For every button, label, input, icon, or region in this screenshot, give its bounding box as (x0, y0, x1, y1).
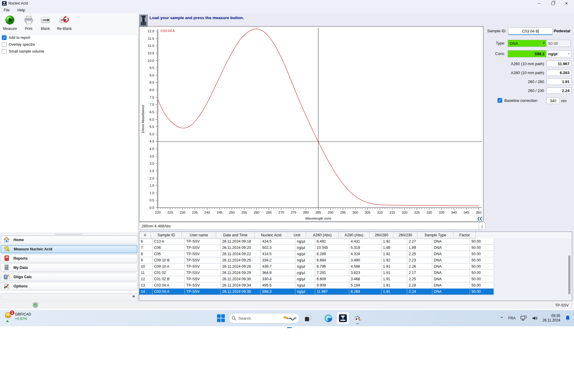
reblank-button[interactable]: Re-Blank (56, 15, 73, 31)
menu-item-file[interactable]: File (4, 8, 10, 12)
table-cell: DNA (432, 270, 470, 276)
sample-id-input[interactable]: C03 04 B (508, 27, 552, 35)
option-label: Small sample volume (9, 49, 44, 53)
edge-browser-icon[interactable] (324, 314, 332, 322)
chevron-down-icon[interactable]: ▼ (541, 40, 546, 46)
checkbox-small-sample-volume[interactable] (2, 49, 7, 54)
table-header-cell[interactable]: Sample Type (417, 232, 454, 238)
table-row[interactable]: 10C09 10 ATP-SSV26.11.2024 09:26439.7ng/… (139, 264, 572, 270)
blank-button[interactable]: Blank (39, 15, 52, 31)
type-select[interactable]: DNA▼ (508, 40, 546, 47)
nucleic-acid-app-icon[interactable] (337, 312, 349, 324)
table-cell: 10 (139, 264, 152, 270)
sidebar-item-options[interactable]: Options (1, 282, 138, 290)
table-row[interactable]: 14C03 04 ATP-SSV26.11.2024 09:35598.3ng/… (139, 289, 572, 295)
table-cell: 495.5 (261, 282, 295, 289)
table-row[interactable]: 6C13 ATP-SSV26.11.2024 09:18424.5ng/µl8.… (139, 238, 572, 245)
spectrum-chart[interactable]: 0.00.51.01.52.02.53.03.54.04.55.05.56.06… (139, 26, 483, 222)
table-cell: 414.5 (261, 251, 295, 257)
table-header-cell[interactable]: Sample ID (151, 232, 182, 238)
notification-bell-icon[interactable] (565, 315, 570, 321)
svg-text:315: 315 (390, 211, 395, 214)
table-cell: 8 (139, 251, 152, 257)
table-header-cell[interactable]: Date and Time (216, 232, 255, 238)
table-cell: 2.25 (407, 276, 432, 282)
table-cell: 6.263 (349, 289, 381, 295)
svg-text:10.0: 10.0 (148, 59, 154, 62)
svg-text:1.5: 1.5 (149, 184, 154, 187)
spectrum-svg[interactable]: 0.00.51.01.52.02.53.03.54.04.55.05.56.06… (139, 27, 483, 221)
measure-icon (5, 15, 15, 26)
table-row[interactable]: 8C05TP-SSV26.11.2024 09:22414.5ng/µl8.28… (139, 251, 572, 257)
menu-item-help[interactable]: Help (17, 8, 25, 12)
table-cell: ng/µl (295, 257, 315, 264)
checkbox-add-to-report[interactable]: ✓ (2, 35, 7, 40)
unit-select[interactable]: ng/µl⌄ (546, 50, 571, 57)
restore-icon[interactable] (546, 0, 560, 7)
svg-text:12.0: 12.0 (148, 29, 154, 33)
table-header-cell[interactable]: 260/280 (370, 232, 394, 238)
table-row[interactable]: 9C09 10 BTP-SSV26.11.2024 09:25334.2ng/µ… (139, 257, 572, 264)
home-icon (3, 236, 10, 244)
baseline-wavelength-field[interactable]: 340 (546, 97, 560, 104)
table-header-cell[interactable]: Nucleic Acid (255, 232, 288, 238)
table-cell: 7.291 (315, 270, 349, 276)
table-cell: 334.2 (261, 257, 295, 264)
table-header-cell[interactable]: A260 (Abs) (306, 232, 339, 238)
table-header-cell[interactable]: Factor (454, 232, 476, 238)
table-cell: 12 (139, 276, 152, 282)
readout-expand-icon[interactable]: ⌄⌄ (479, 223, 486, 229)
table-header-cell[interactable]: 260/230 (394, 232, 417, 238)
chevron-down-icon[interactable]: ⌄ (567, 51, 570, 55)
table-cell: C03 04 A (152, 289, 185, 295)
table-cell: 3.490 (349, 257, 381, 264)
clock[interactable]: 09:35 26.11.2024 (543, 314, 560, 323)
measure-button[interactable]: Measure (2, 15, 18, 31)
table-cell: 9.909 (315, 282, 349, 289)
table-header-cell[interactable]: # (139, 232, 151, 238)
sidebar-item-measure-nucleic-acid[interactable]: Measure Nucleic Acid (1, 245, 138, 253)
table-row[interactable]: 12C01 02 BTP-SSV26.11.2024 09:30330.4ng/… (139, 276, 572, 282)
sidebar-item-reports[interactable]: Reports (1, 254, 138, 263)
task-view-icon[interactable] (304, 314, 312, 322)
table-header-cell[interactable]: User name (182, 232, 216, 238)
table-row[interactable]: 11C01 02TP-SSV26.11.2024 09:29364.6ng/µl… (139, 270, 572, 276)
table-header-cell[interactable]: Unit (288, 232, 306, 238)
sidebar-item-label: Options (13, 284, 28, 288)
table-cell: ng/µl (295, 245, 315, 251)
volume-icon[interactable] (532, 316, 538, 321)
splitter-handle[interactable] (0, 233, 138, 236)
svg-text:330: 330 (426, 211, 432, 214)
language-indicator[interactable]: FRA (508, 316, 516, 320)
sidebar-item-label: Reports (13, 256, 28, 261)
chart-collapse-icon[interactable]: ❮❮ (476, 216, 483, 221)
paint-app-icon[interactable] (353, 314, 362, 322)
table-header-cell[interactable]: A280 (Abs) (339, 232, 370, 238)
svg-text:6.0: 6.0 (149, 118, 154, 121)
tray-chevron-up-icon[interactable]: ⌃ (500, 316, 503, 321)
table-row[interactable]: 13C03 04 ATP-SSV26.11.2024 09:34495.5ng/… (139, 282, 572, 289)
network-icon[interactable] (520, 316, 527, 321)
option-row: Small sample volume (2, 49, 44, 54)
table-row[interactable]: 7C06TP-SSV26.11.2024 09:20502.3ng/µl10.0… (139, 245, 572, 251)
sidebar-item-home[interactable]: Home (1, 236, 138, 244)
sidebar-item-my-data[interactable]: My Data (1, 264, 138, 272)
svg-text:7.5: 7.5 (149, 96, 154, 99)
checkbox-overlay-spectra[interactable] (2, 42, 7, 47)
table-cell: 1.99 (407, 245, 432, 251)
minimize-icon[interactable] (532, 0, 546, 7)
expand-chevron-icon[interactable]: » (132, 293, 135, 298)
table-cell: 26.11.2024 09:18 (221, 238, 261, 245)
print-button[interactable]: Print (22, 15, 35, 31)
taskbar-widget[interactable]: 1 GBP/CAD +0.87% (4, 312, 31, 322)
start-button[interactable] (217, 314, 225, 322)
sidebar-item-label: Home (13, 238, 24, 242)
table-scrollbar-thumb[interactable] (568, 255, 570, 294)
close-icon[interactable]: ✕ (560, 0, 573, 7)
search-input[interactable]: Search (229, 313, 300, 323)
table-cell: TP-SSV (185, 251, 221, 257)
result-label: A260 (10 mm path) (472, 62, 544, 66)
baseline-correction-row: ✓ Baseline correction (497, 98, 538, 103)
baseline-checkbox[interactable]: ✓ (497, 98, 502, 103)
sidebar-item-oligo-calc[interactable]: Oligo Calc (1, 273, 138, 281)
